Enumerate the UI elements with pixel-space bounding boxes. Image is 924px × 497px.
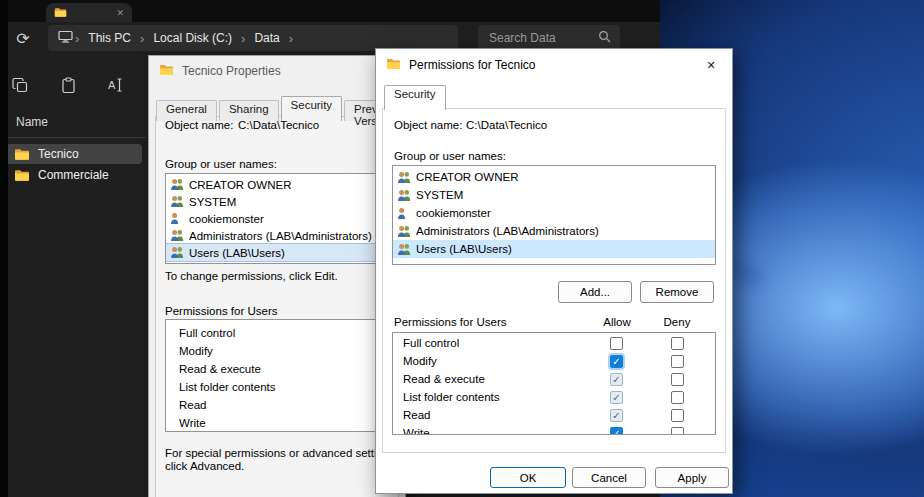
allow-column-header: Allow xyxy=(589,316,645,328)
folder-icon xyxy=(386,58,401,73)
ok-button[interactable]: OK xyxy=(490,467,566,488)
permission-name: List folder contents xyxy=(403,391,500,403)
close-icon[interactable]: ✕ xyxy=(696,54,726,76)
permissions-for-label: Permissions for Users xyxy=(394,316,506,328)
group-listbox[interactable]: CREATOR OWNERSYSTEMcookiemonsterAdminist… xyxy=(392,165,716,265)
properties-tabs: GeneralSharingSecurityPrevious Versions xyxy=(156,99,411,121)
allow-checkbox[interactable]: ✓ xyxy=(610,373,623,386)
group-row[interactable]: cookiemonster xyxy=(166,210,394,227)
group-icon xyxy=(170,178,184,191)
folder-name: Commerciale xyxy=(38,168,109,182)
add-button[interactable]: Add... xyxy=(558,281,632,303)
folder-row[interactable]: Commerciale xyxy=(6,165,142,185)
permission-name: Write xyxy=(403,427,430,435)
allow-checkbox[interactable]: ✓ xyxy=(610,391,623,404)
group-row[interactable]: SYSTEM xyxy=(166,193,394,210)
chevron-right-icon: › xyxy=(239,31,247,46)
permission-row: Read✓ xyxy=(393,407,715,425)
permissions-for-label: Permissions for Users xyxy=(165,305,277,317)
allow-checkbox[interactable] xyxy=(610,337,623,350)
advanced-hint-line2: click Advanced. xyxy=(165,460,244,472)
properties-dialog: Tecnico Properties GeneralSharingSecurit… xyxy=(148,55,406,497)
permission-name: Full control xyxy=(403,337,459,349)
edit-hint: To change permissions, click Edit. xyxy=(165,270,338,282)
permission-row[interactable]: Read & execute xyxy=(166,360,394,378)
permission-row[interactable]: Read xyxy=(166,396,394,414)
permission-name: Read xyxy=(403,409,431,421)
security-tab-strip: Security xyxy=(384,88,448,110)
group-icon xyxy=(170,195,184,208)
chevron-right-icon: › xyxy=(73,31,81,46)
folder-icon xyxy=(54,4,67,22)
group-row[interactable]: SYSTEM xyxy=(393,186,715,204)
breadcrumb-item[interactable]: Data xyxy=(247,30,286,46)
permissions-listbox[interactable]: Full controlModify✓Read & execute✓List f… xyxy=(392,332,716,435)
deny-checkbox[interactable] xyxy=(671,337,684,350)
permissions-listbox[interactable]: Full controlModifyRead & executeList fol… xyxy=(165,319,395,432)
group-name: SYSTEM xyxy=(416,189,463,201)
group-row[interactable]: CREATOR OWNER xyxy=(166,176,394,193)
cancel-button[interactable]: Cancel xyxy=(572,467,646,488)
group-row[interactable]: Users (LAB\Users) xyxy=(166,244,394,261)
tab-close-icon[interactable]: ✕ xyxy=(116,8,124,18)
permission-row[interactable]: Modify xyxy=(166,342,394,360)
permission-row: Write✓ xyxy=(393,425,715,435)
breadcrumb-item[interactable]: Local Disk (C:) xyxy=(146,30,239,46)
group-row[interactable]: CREATOR OWNER xyxy=(393,168,715,186)
explorer-titlebar: ✕ xyxy=(0,0,660,22)
deny-checkbox[interactable] xyxy=(671,409,684,422)
search-input[interactable] xyxy=(487,30,596,46)
apply-button[interactable]: Apply xyxy=(655,467,729,488)
refresh-button[interactable]: ⟳ xyxy=(12,27,34,49)
remove-button[interactable]: Remove xyxy=(640,281,714,303)
dialog-title: Tecnico Properties xyxy=(182,64,281,78)
group-row[interactable]: Administrators (LAB\Administrators) xyxy=(166,227,394,244)
deny-checkbox[interactable] xyxy=(671,355,684,368)
name-column-header[interactable]: Name xyxy=(16,115,48,129)
group-name: Users (LAB\Users) xyxy=(189,247,285,259)
rename-icon: A xyxy=(107,77,125,97)
permission-row: List folder contents✓ xyxy=(393,389,715,407)
paste-icon xyxy=(60,77,77,98)
permissions-dialog-titlebar: Permissions for Tecnico xyxy=(376,49,732,81)
tab-general[interactable]: General xyxy=(156,100,217,121)
rename-button[interactable]: A xyxy=(98,72,134,102)
user-icon xyxy=(397,207,411,220)
folder-icon xyxy=(159,64,174,79)
group-names-label: Group or user names: xyxy=(394,150,506,162)
paste-button[interactable] xyxy=(50,72,86,102)
advanced-hint-line1: For special permissions or advanced sett… xyxy=(165,447,398,459)
allow-checkbox[interactable]: ✓ xyxy=(610,355,623,368)
group-row[interactable]: Administrators (LAB\Administrators) xyxy=(393,222,715,240)
permission-row[interactable]: Full control xyxy=(166,324,394,342)
explorer-tab[interactable]: ✕ xyxy=(46,3,132,22)
group-row[interactable]: Users (LAB\Users) xyxy=(393,240,715,258)
deny-column-header: Deny xyxy=(652,316,702,328)
breadcrumb-item[interactable]: This PC xyxy=(81,30,138,46)
group-icon xyxy=(397,189,411,202)
group-icon xyxy=(397,171,411,184)
tab-security[interactable]: Security xyxy=(384,85,446,110)
permission-row: Modify✓ xyxy=(393,353,715,371)
deny-checkbox[interactable] xyxy=(671,427,684,435)
tab-sharing[interactable]: Sharing xyxy=(219,100,279,121)
group-listbox[interactable]: CREATOR OWNERSYSTEMcookiemonsterAdminist… xyxy=(165,173,395,264)
group-row[interactable]: cookiemonster xyxy=(393,204,715,222)
allow-checkbox[interactable]: ✓ xyxy=(610,409,623,422)
folder-icon xyxy=(14,148,30,161)
permission-row: Full control xyxy=(393,335,715,353)
group-icon xyxy=(170,229,184,242)
group-icon xyxy=(397,243,411,256)
folder-row[interactable]: Tecnico xyxy=(6,144,142,164)
permission-row[interactable]: List folder contents xyxy=(166,378,394,396)
deny-checkbox[interactable] xyxy=(671,391,684,404)
allow-checkbox[interactable]: ✓ xyxy=(610,427,623,435)
search-icon xyxy=(598,29,611,47)
deny-checkbox[interactable] xyxy=(671,373,684,386)
permissions-dialog: Permissions for Tecnico ✕ Security Objec… xyxy=(375,48,733,494)
group-icon xyxy=(397,225,411,238)
breadcrumb: ›This PC›Local Disk (C:)›Data› xyxy=(73,30,295,46)
tab-security[interactable]: Security xyxy=(281,96,343,121)
group-name: cookiemonster xyxy=(416,207,491,219)
permission-row[interactable]: Write xyxy=(166,414,394,432)
